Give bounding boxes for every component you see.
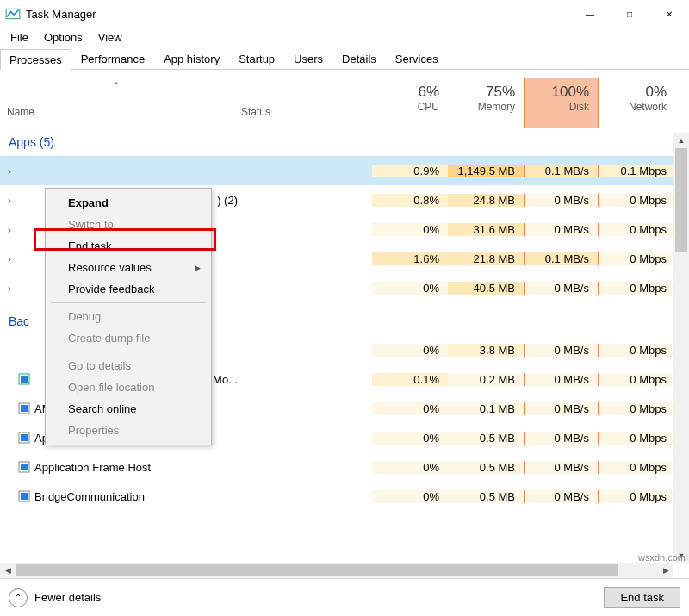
scroll-left-icon[interactable]: ◀	[0, 563, 16, 578]
col-status[interactable]: Status	[241, 78, 372, 128]
disk-pct: 100%	[525, 84, 589, 101]
cell-memory: 3.8 MB	[448, 344, 524, 357]
titlebar: Task Manager — □ ✕	[0, 0, 689, 28]
col-name[interactable]: ⌃ Name	[0, 78, 241, 128]
cell-network: 0 Mbps	[599, 402, 675, 415]
process-icon	[17, 460, 31, 474]
col-cpu[interactable]: 6% CPU	[372, 78, 448, 128]
window-title: Task Manager	[26, 8, 96, 21]
close-button[interactable]: ✕	[649, 0, 689, 28]
col-disk[interactable]: 100% Disk	[524, 78, 599, 128]
menu-options[interactable]: Options	[37, 29, 90, 46]
cell-disk: 0 MB/s	[524, 402, 599, 415]
expand-icon[interactable]: ›	[5, 252, 14, 265]
cm-debug: Debug	[47, 306, 209, 327]
cell-cpu: 0%	[372, 282, 448, 295]
svg-rect-8	[21, 464, 28, 470]
watermark: wsxdn.com	[638, 552, 686, 563]
scroll-right-icon[interactable]: ▶	[658, 563, 673, 578]
cm-search-online[interactable]: Search online	[47, 398, 209, 420]
process-icon	[17, 372, 31, 386]
end-task-button[interactable]: End task	[604, 587, 680, 608]
cell-disk: 0 MB/s	[524, 490, 599, 503]
table-row[interactable]: Application Frame Host 0% 0.5 MB 0 MB/s …	[0, 452, 689, 482]
menu-view[interactable]: View	[91, 29, 129, 46]
process-icon	[17, 431, 31, 445]
cell-cpu: 0.9%	[372, 165, 448, 177]
cm-separator	[51, 302, 206, 303]
cm-switch-to: Switch to	[47, 214, 209, 235]
scroll-thumb[interactable]	[16, 564, 618, 576]
cell-memory: 0.1 MB	[448, 402, 524, 415]
cpu-pct: 6%	[372, 84, 439, 101]
expand-icon[interactable]: ›	[5, 223, 14, 236]
fewer-details-button[interactable]: ⌃ Fewer details	[9, 588, 101, 607]
cell-network: 0.1 Mbps	[599, 165, 675, 177]
cell-network: 0 Mbps	[599, 282, 675, 295]
memory-pct: 75%	[448, 84, 515, 101]
cell-cpu: 0%	[372, 223, 448, 236]
scroll-thumb[interactable]	[675, 148, 687, 252]
cell-disk: 0 MB/s	[524, 373, 599, 386]
svg-rect-10	[21, 493, 28, 500]
cm-expand[interactable]: Expand	[47, 192, 209, 214]
cm-create-dump: Create dump file	[47, 327, 209, 349]
tab-startup[interactable]: Startup	[229, 48, 284, 69]
table-row[interactable]: › 0.9% 1,149.5 MB 0.1 MB/s 0.1 Mbps	[0, 156, 689, 185]
fewer-details-label: Fewer details	[34, 591, 101, 604]
column-headers: ⌃ Name Status 6% CPU 75% Memory 100% Dis…	[0, 78, 689, 128]
cell-network: 0 Mbps	[599, 252, 675, 265]
col-network[interactable]: 0% Network	[599, 78, 675, 128]
expand-icon[interactable]: ›	[5, 165, 14, 177]
cell-cpu: 1.6%	[372, 252, 448, 265]
cell-cpu: 0.8%	[372, 194, 448, 207]
cell-memory: 24.8 MB	[448, 194, 524, 207]
cell-network: 0 Mbps	[599, 373, 675, 386]
cell-network: 0 Mbps	[599, 432, 675, 445]
cell-memory: 0.5 MB	[448, 490, 524, 503]
cell-memory: 1,149.5 MB	[448, 165, 524, 177]
tabs: Processes Performance App history Startu…	[0, 48, 689, 70]
expand-icon[interactable]: ›	[5, 282, 14, 295]
expand-icon[interactable]: ›	[5, 194, 14, 207]
cm-provide-feedback[interactable]: Provide feedback	[47, 278, 209, 300]
cell-disk: 0 MB/s	[524, 461, 599, 474]
tab-app-history[interactable]: App history	[154, 48, 229, 69]
group-apps[interactable]: Apps (5)	[0, 128, 689, 156]
tab-users[interactable]: Users	[284, 48, 332, 69]
tab-details[interactable]: Details	[332, 48, 386, 69]
cm-resource-values[interactable]: Resource values	[47, 257, 209, 278]
col-name-label: Name	[7, 106, 34, 118]
menubar: File Options View	[0, 28, 689, 47]
cell-memory: 40.5 MB	[448, 282, 524, 295]
cell-network: 0 Mbps	[599, 490, 675, 503]
process-icon	[17, 193, 31, 207]
tab-services[interactable]: Services	[386, 48, 448, 69]
cell-cpu: 0%	[372, 402, 448, 415]
cell-name: BridgeCommunication	[0, 489, 241, 503]
maximize-button[interactable]: □	[610, 0, 649, 28]
process-icon	[17, 401, 31, 415]
process-icon	[17, 489, 31, 503]
minimize-button[interactable]: —	[570, 0, 610, 28]
col-memory[interactable]: 75% Memory	[448, 78, 524, 128]
scroll-up-icon[interactable]: ▲	[673, 133, 689, 148]
cell-disk: 0 MB/s	[524, 194, 599, 207]
cell-memory: 0.2 MB	[448, 373, 524, 386]
sort-indicator-icon: ⌃	[112, 80, 121, 92]
vertical-scrollbar[interactable]: ▲ ▼	[673, 133, 689, 563]
cell-cpu: 0%	[372, 432, 448, 445]
footer: ⌃ Fewer details End task	[0, 578, 689, 616]
cell-cpu: 0%	[372, 490, 448, 503]
app-icon	[5, 6, 21, 22]
cell-network: 0 Mbps	[599, 344, 675, 357]
menu-file[interactable]: File	[3, 29, 35, 46]
horizontal-scrollbar[interactable]: ◀ ▶	[0, 563, 673, 578]
cpu-label: CPU	[372, 101, 439, 113]
cm-end-task[interactable]: End task	[47, 235, 209, 257]
tab-performance[interactable]: Performance	[71, 48, 154, 69]
table-row[interactable]: BridgeCommunication 0% 0.5 MB 0 MB/s 0 M…	[0, 482, 689, 511]
cell-network: 0 Mbps	[599, 194, 675, 207]
tab-processes[interactable]: Processes	[0, 49, 71, 70]
process-icon	[17, 164, 31, 177]
